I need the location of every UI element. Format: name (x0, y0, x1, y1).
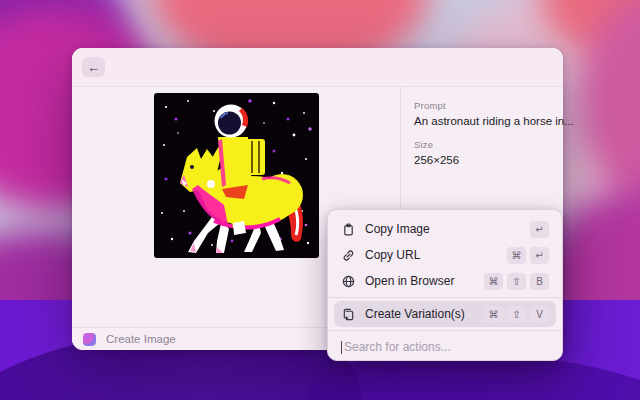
key-cmd: ⌘ (484, 306, 503, 323)
back-arrow-icon: ← (87, 60, 100, 75)
key-return: ↵ (530, 221, 549, 238)
variation-icon (341, 307, 355, 321)
menu-item-label: Open in Browser (365, 274, 484, 288)
size-value: 256×256 (414, 154, 563, 166)
clipboard-icon (341, 222, 355, 236)
create-image-app-icon (83, 333, 96, 346)
key-b: B (530, 273, 549, 290)
menu-divider (328, 330, 562, 331)
prompt-label: Prompt (414, 100, 563, 111)
menu-item-label: Copy Image (365, 222, 530, 236)
link-icon (341, 248, 355, 262)
text-cursor (341, 341, 342, 354)
menu-item-copy-url[interactable]: Copy URL ⌘ ↵ (334, 242, 556, 268)
actions-menu-panel: Copy Image ↵ Copy URL ⌘ ↵ (327, 209, 563, 361)
menu-item-label: Copy URL (365, 248, 507, 262)
detail-view: Prompt An astronaut riding a horse in...… (72, 87, 563, 327)
command-name: Create Image (106, 333, 176, 345)
search-placeholder: Search for actions... (344, 340, 451, 354)
back-button[interactable]: ← (82, 57, 105, 77)
key-shift: ⇧ (507, 273, 526, 290)
key-shift: ⇧ (507, 306, 526, 323)
menu-item-open-in-browser[interactable]: Open in Browser ⌘ ⇧ B (334, 268, 556, 294)
menu-item-label: Create Variation(s) (365, 307, 484, 321)
key-v: V (530, 306, 549, 323)
menu-item-create-variations[interactable]: Create Variation(s) ⌘ ⇧ V (334, 301, 556, 327)
globe-icon (341, 274, 355, 288)
actions-search-input[interactable]: Search for actions... (328, 334, 562, 360)
window-header: ← (72, 48, 563, 87)
size-label: Size (414, 139, 563, 150)
menu-divider (328, 297, 562, 298)
menu-item-copy-image[interactable]: Copy Image ↵ (334, 216, 556, 242)
key-cmd: ⌘ (484, 273, 503, 290)
key-return: ↵ (530, 247, 549, 264)
metadata-panel: Prompt An astronaut riding a horse in...… (401, 87, 563, 178)
raycast-window: ← (72, 48, 563, 350)
generated-image-astronaut-horse[interactable] (154, 93, 319, 258)
prompt-value: An astronaut riding a horse in... (414, 115, 563, 127)
key-cmd: ⌘ (507, 247, 526, 264)
